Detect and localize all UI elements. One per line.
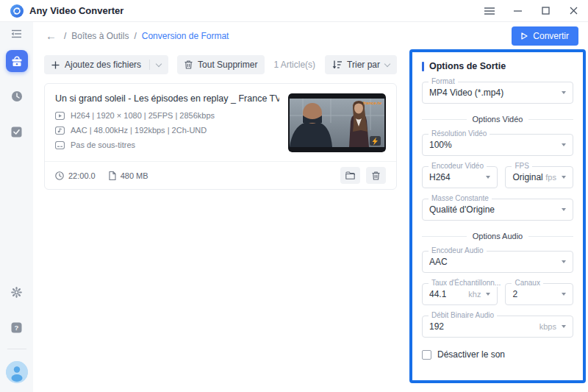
sidebar-divider [7, 349, 26, 349]
sort-icon [332, 60, 342, 69]
video-options-label: Options Vidéo [473, 115, 523, 124]
collapse-sidebar-icon[interactable] [11, 29, 22, 38]
chevron-down-icon [486, 293, 490, 296]
trash-icon [372, 171, 380, 180]
thumb-brand-text: france.tv [363, 101, 382, 105]
output-options-panel: Options de Sortie Format MP4 Video (*.mp… [409, 49, 586, 383]
sort-button[interactable]: Trier par [325, 55, 397, 74]
file-card[interactable]: Un si grand soleil - Les épisodes en rep… [44, 83, 397, 190]
items-count: 1 Article(s) [273, 60, 315, 70]
mute-audio-option[interactable]: Désactiver le son [422, 349, 573, 360]
delete-all-button[interactable]: Tout Supprimer [177, 55, 265, 74]
channels-select[interactable]: Canaux 2 [505, 283, 573, 305]
sidebar: ? [0, 22, 33, 392]
app-logo-icon [10, 4, 24, 18]
sidebar-item-converter[interactable] [6, 50, 28, 72]
audio-info-row: AAC | 48.00kHz | 192kbps | 2Ch-UND [55, 126, 279, 135]
subtitle-icon [55, 141, 65, 149]
subtitle-info-row: Pas de sous-titres [55, 140, 279, 149]
audio-encoder-select[interactable]: Encodeur Audio AAC [422, 251, 573, 273]
menu-icon[interactable] [484, 5, 495, 17]
list-toolbar: Ajoutez des fichiers Tout Supprimer 1 Ar… [44, 55, 397, 74]
video-encoder-select[interactable]: Encodeur Vidéo H264 [422, 166, 498, 188]
maximize-icon[interactable] [539, 5, 551, 17]
audio-encoder-label: Encodeur Audio [429, 246, 487, 254]
quality-label: Masse Constante [429, 194, 492, 202]
settings-gear-icon[interactable] [6, 281, 28, 303]
format-select[interactable]: Format MP4 Video (*.mp4) [422, 82, 573, 104]
delete-file-button[interactable] [366, 167, 386, 184]
minimize-icon[interactable] [512, 5, 523, 17]
sample-rate-value: 44.1 [429, 289, 446, 299]
plus-icon [51, 61, 60, 69]
resolution-select[interactable]: Résolution Vidéo 100% [422, 134, 573, 156]
fps-value: Original [512, 172, 542, 182]
video-encoder-label: Encodeur Vidéo [429, 162, 487, 170]
breadcrumb-current: Conversion de Format [142, 31, 229, 41]
video-options-divider: Options Vidéo [422, 115, 573, 124]
sidebar-item-completed-tasks[interactable] [6, 121, 28, 143]
resolution-label: Résolution Vidéo [429, 129, 490, 138]
user-avatar[interactable] [6, 361, 28, 383]
app-window: Any Video Converter [0, 0, 588, 392]
audio-bitrate-unit: kbps [539, 322, 562, 331]
sort-label: Trier par [347, 60, 380, 70]
back-arrow-icon[interactable]: ← [46, 29, 57, 42]
add-files-button[interactable]: Ajoutez des fichiers [44, 55, 168, 74]
chevron-down-icon [562, 293, 566, 296]
sample-rate-unit: khz [468, 290, 486, 299]
duration-meta: 22:00.0 [55, 171, 96, 180]
audio-options-divider: Options Audio [422, 232, 573, 240]
resolution-value: 100% [429, 140, 452, 150]
audio-stream-icon [55, 126, 65, 135]
format-label: Format [429, 77, 458, 85]
file-title: Un si grand soleil - Les épisodes en rep… [55, 93, 279, 104]
size-meta: 480 MB [109, 171, 148, 180]
add-files-label: Ajoutez des fichiers [65, 60, 141, 70]
video-encoder-value: H264 [429, 172, 451, 182]
panel-header: Options de Sortie [422, 61, 573, 71]
audio-bitrate-select[interactable]: Débit Binaire Audio 192 kbps [422, 316, 573, 338]
chevron-down-icon [562, 208, 566, 211]
audio-info-text: AAC | 48.00kHz | 192kbps | 2Ch-UND [71, 126, 207, 135]
play-icon [521, 32, 528, 40]
video-thumbnail[interactable]: france.tv [288, 93, 386, 152]
chevron-down-icon [562, 260, 566, 263]
convert-button[interactable]: Convertir [512, 26, 578, 46]
sample-rate-label: Taux d'Échantillonn... [429, 279, 503, 287]
file-list-area: Ajoutez des fichiers Tout Supprimer 1 Ar… [33, 49, 409, 392]
channels-label: Canaux [512, 279, 542, 287]
duration-text: 22:00.0 [68, 171, 96, 180]
mute-label: Désactiver le son [437, 349, 505, 360]
quality-select[interactable]: Masse Constante Qualité d'Origine [422, 199, 573, 221]
open-folder-button[interactable] [340, 167, 360, 184]
close-icon[interactable] [567, 5, 579, 17]
trash-icon [184, 60, 193, 69]
panel-title: Options de Sortie [429, 61, 506, 71]
chevron-down-icon [384, 60, 390, 66]
audio-bitrate-label: Débit Binaire Audio [429, 311, 497, 319]
mute-checkbox[interactable] [422, 350, 431, 360]
file-icon [109, 171, 116, 180]
quality-value: Qualité d'Origine [429, 204, 495, 215]
fps-unit: fps [545, 173, 562, 182]
sidebar-item-history[interactable] [6, 85, 28, 107]
svg-text:?: ? [15, 324, 19, 332]
chevron-down-icon [486, 176, 490, 179]
folder-icon [345, 171, 355, 179]
titlebar: Any Video Converter [0, 0, 588, 22]
audio-bitrate-value: 192 [429, 321, 444, 332]
fps-select[interactable]: FPS Original fps [505, 166, 573, 188]
chevron-down-icon [562, 325, 566, 328]
fps-label: FPS [512, 162, 531, 170]
breadcrumb-sep: / [134, 31, 136, 41]
chevron-down-icon[interactable] [156, 60, 162, 66]
breadcrumb-toolbox[interactable]: Boîtes à Outils [71, 31, 129, 41]
chevron-down-icon [562, 176, 566, 179]
format-value: MP4 Video (*.mp4) [429, 88, 503, 98]
convert-button-label: Convertir [533, 31, 569, 41]
sample-rate-select[interactable]: Taux d'Échantillonn... 44.1 khz [422, 283, 498, 305]
video-info-text: H264 | 1920 × 1080 | 25FPS | 2856kbps [71, 111, 215, 120]
help-icon[interactable]: ? [6, 316, 28, 338]
chevron-down-icon [562, 143, 566, 146]
